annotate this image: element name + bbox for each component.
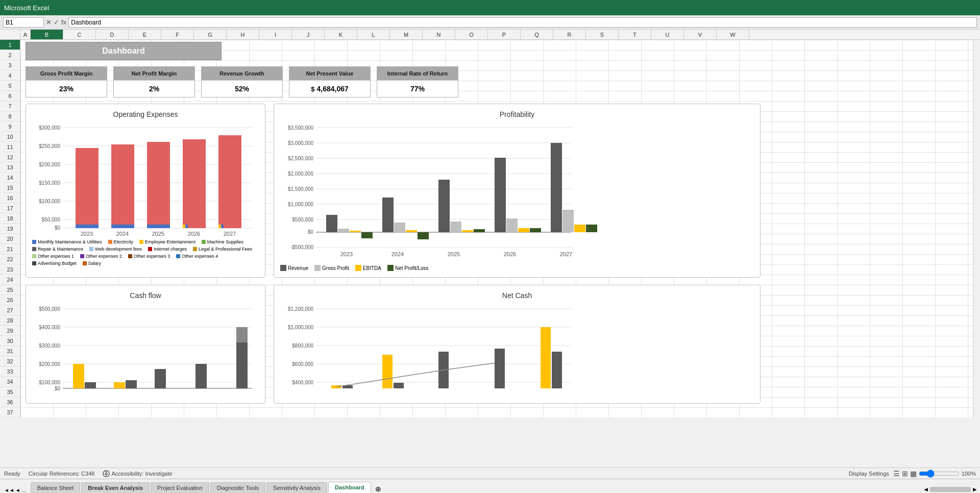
tab-balance-sheet[interactable]: Balance Sheet [31, 482, 81, 493]
row-27[interactable]: 27 [0, 305, 20, 315]
row-12[interactable]: 12 [0, 152, 20, 162]
row-28[interactable]: 28 [0, 315, 20, 326]
page-break-icon[interactable]: ▦ [910, 470, 917, 478]
tab-dashboard[interactable]: Dashboard [328, 482, 371, 493]
col-header-m[interactable]: M [390, 30, 423, 39]
row-34[interactable]: 34 [0, 377, 20, 387]
row-9[interactable]: 9 [0, 121, 20, 132]
col-header-s[interactable]: S [586, 30, 619, 39]
tab-prev-icon[interactable]: ◄ [15, 487, 20, 493]
col-header-b[interactable]: B [31, 30, 63, 39]
row-24[interactable]: 24 [0, 275, 20, 285]
cancel-icon[interactable]: ✕ [46, 18, 52, 26]
row-20[interactable]: 20 [0, 234, 20, 244]
scroll-left-icon[interactable]: ◄ [923, 486, 929, 493]
row-19[interactable]: 19 [0, 224, 20, 234]
accessibility-icon[interactable]: Accessibility: Investigate [103, 470, 172, 477]
row-21[interactable]: 21 [0, 244, 20, 254]
row-37[interactable]: 37 [0, 407, 20, 417]
tab-first-icon[interactable]: ◄◄ [4, 487, 14, 493]
confirm-icon[interactable]: ✓ [54, 18, 59, 26]
col-header-o[interactable]: O [455, 30, 488, 39]
col-header-d[interactable]: D [96, 30, 129, 39]
row-31[interactable]: 31 [0, 346, 20, 356]
tab-project-evaluation[interactable]: Project Evaluation [151, 482, 209, 493]
svg-rect-46 [450, 221, 461, 232]
col-header-p[interactable]: P [488, 30, 521, 39]
col-header-i[interactable]: I [259, 30, 292, 39]
row-33[interactable]: 33 [0, 366, 20, 377]
col-header-g[interactable]: G [194, 30, 227, 39]
row-5[interactable]: 5 [0, 81, 20, 91]
col-header-u[interactable]: U [651, 30, 684, 39]
row-11[interactable]: 11 [0, 142, 20, 152]
svg-text:$800,000: $800,000 [292, 343, 313, 349]
col-header-h[interactable]: H [227, 30, 259, 39]
row-26[interactable]: 26 [0, 295, 20, 305]
row-6[interactable]: 6 [0, 91, 20, 101]
row-8[interactable]: 8 [0, 111, 20, 121]
function-icon[interactable]: fx [61, 18, 66, 26]
dashboard-container: Dashboard Gross Profit Margin 23% Net Pr… [20, 40, 766, 413]
svg-rect-52 [530, 228, 541, 232]
row-32[interactable]: 32 [0, 356, 20, 366]
tab-diagnostic-tools[interactable]: Diagnositic Tools [210, 482, 265, 493]
formula-input[interactable]: Dashboard [68, 17, 977, 28]
col-header-r[interactable]: R [553, 30, 586, 39]
bar-2026-small3 [185, 225, 188, 228]
row-14[interactable]: 14 [0, 172, 20, 183]
kpi-net-profit-margin: Net Profit Margin 2% [113, 66, 195, 97]
col-header-f[interactable]: F [161, 30, 194, 39]
row-7[interactable]: 7 [0, 101, 20, 111]
row-2[interactable]: 2 [0, 50, 20, 60]
col-header-q[interactable]: Q [521, 30, 553, 39]
col-header-t[interactable]: T [619, 30, 651, 39]
col-header-v[interactable]: V [684, 30, 717, 39]
bar-2026 [183, 139, 206, 228]
scroll-bar[interactable] [930, 487, 971, 492]
page-layout-icon[interactable]: ⊞ [902, 470, 908, 478]
row-13[interactable]: 13 [0, 162, 20, 172]
row-17[interactable]: 17 [0, 203, 20, 213]
row-25[interactable]: 25 [0, 285, 20, 295]
col-header-c[interactable]: C [63, 30, 96, 39]
scroll-right-icon[interactable]: ► [972, 486, 978, 493]
tab-break-even[interactable]: Break Even Analysis [81, 482, 150, 493]
add-sheet-icon[interactable]: ⊕ [375, 485, 381, 493]
col-header-n[interactable]: N [423, 30, 455, 39]
row-15[interactable]: 15 [0, 183, 20, 193]
row-3[interactable]: 3 [0, 60, 20, 70]
zoom-slider[interactable] [919, 470, 960, 478]
tab-sensitivity-analysis[interactable]: Sensitivity Analysis [266, 482, 327, 493]
legend-entertainment: Employee Entertainment [139, 239, 195, 244]
normal-view-icon[interactable]: ☰ [893, 470, 900, 478]
col-header-e[interactable]: E [129, 30, 161, 39]
row-4[interactable]: 4 [0, 70, 20, 81]
col-header-w[interactable]: W [717, 30, 749, 39]
row-23[interactable]: 23 [0, 264, 20, 275]
cash-flow-svg: $500,000 $400,000 $300,000 $200,000 $100… [32, 304, 257, 396]
tab-ellipsis[interactable]: … [21, 487, 27, 493]
col-header-k[interactable]: K [325, 30, 357, 39]
row-1[interactable]: 1 [0, 40, 20, 50]
cash-flow-title: Cash flow [32, 291, 259, 300]
col-header-l[interactable]: L [357, 30, 390, 39]
row-36[interactable]: 36 [0, 397, 20, 407]
legend-repair: Repair & Maintenance [32, 246, 83, 252]
row-35[interactable]: 35 [0, 387, 20, 397]
row-16[interactable]: 16 [0, 193, 20, 203]
row-29[interactable]: 29 [0, 326, 20, 336]
display-settings[interactable]: Display Settings [849, 471, 889, 477]
sheet-content[interactable]: Dashboard Gross Profit Margin 23% Net Pr… [20, 40, 980, 417]
col-header-a[interactable]: A [20, 30, 31, 39]
bar-2024 [111, 144, 134, 228]
legend-ebitda: EBITDA [355, 265, 381, 271]
row-30[interactable]: 30 [0, 336, 20, 346]
col-header-j[interactable]: J [292, 30, 325, 39]
row-18[interactable]: 18 [0, 213, 20, 224]
vertical-scrollbar[interactable] [973, 40, 980, 417]
cell-reference-box[interactable]: B1 [3, 17, 44, 28]
status-bar: Ready Circular References: C348 Accessib… [0, 467, 980, 479]
row-10[interactable]: 10 [0, 132, 20, 142]
row-22[interactable]: 22 [0, 254, 20, 264]
